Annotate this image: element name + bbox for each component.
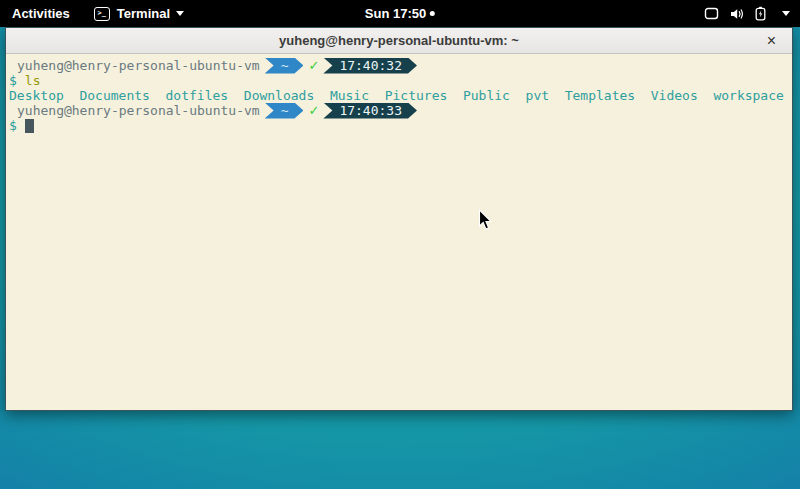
directory-list: Desktop Documents dotfiles Downloads Mus…: [9, 88, 784, 103]
clock-button[interactable]: Sun 17:50: [365, 0, 435, 27]
system-menu[interactable]: [694, 0, 800, 27]
app-menu-terminal[interactable]: >_ Terminal: [82, 0, 196, 27]
prompt-user: yuheng@henry-personal-ubuntu-vm: [17, 103, 260, 118]
close-button[interactable]: ×: [763, 31, 780, 51]
prompt-path-segment: ~: [265, 103, 304, 119]
prompt-line-1: yuheng@henry-personal-ubuntu-vm ~ ✓ 17:4…: [9, 58, 792, 73]
terminal-cursor: [25, 119, 34, 133]
chevron-down-icon: [176, 11, 184, 16]
prompt-line-2: yuheng@henry-personal-ubuntu-vm ~ ✓ 17:4…: [9, 103, 792, 118]
terminal-window: yuheng@henry-personal-ubuntu-vm: ~ × yuh…: [5, 27, 793, 411]
screen-icon: [704, 7, 719, 20]
battery-charging-icon: [755, 6, 766, 21]
mouse-cursor: [478, 209, 493, 231]
app-menu-label: Terminal: [117, 6, 170, 21]
notification-dot: [430, 11, 435, 16]
prompt-time-segment: 17:40:33: [323, 103, 417, 119]
command-line: $ ls: [9, 73, 792, 88]
terminal-screen[interactable]: yuheng@henry-personal-ubuntu-vm ~ ✓ 17:4…: [6, 54, 792, 410]
prompt-path: ~: [281, 59, 289, 72]
prompt-time: 17:40:32: [339, 59, 402, 72]
command-text: ls: [25, 73, 41, 88]
desktop: Activities >_ Terminal Sun 17:50: [0, 0, 800, 489]
check-icon: ✓: [308, 58, 319, 73]
prompt-path-segment: ~: [265, 58, 304, 74]
ls-output-line: Desktop Documents dotfiles Downloads Mus…: [9, 88, 792, 103]
prompt-user: yuheng@henry-personal-ubuntu-vm: [17, 58, 260, 73]
current-command-line: $: [9, 118, 792, 133]
activities-button[interactable]: Activities: [0, 0, 82, 27]
window-title: yuheng@henry-personal-ubuntu-vm: ~: [279, 33, 519, 48]
prompt-symbol: $: [9, 118, 17, 133]
prompt-symbol: $: [9, 73, 17, 88]
prompt-time: 17:40:33: [339, 104, 402, 117]
volume-icon: [729, 7, 745, 21]
top-bar: Activities >_ Terminal Sun 17:50: [0, 0, 800, 27]
prompt-time-segment: 17:40:32: [323, 58, 417, 74]
window-titlebar[interactable]: yuheng@henry-personal-ubuntu-vm: ~ ×: [6, 28, 792, 54]
terminal-icon: >_: [94, 7, 110, 21]
check-icon: ✓: [308, 103, 319, 118]
chevron-down-icon: [782, 11, 790, 16]
clock-label: Sun 17:50: [365, 6, 426, 21]
prompt-path: ~: [281, 104, 289, 117]
